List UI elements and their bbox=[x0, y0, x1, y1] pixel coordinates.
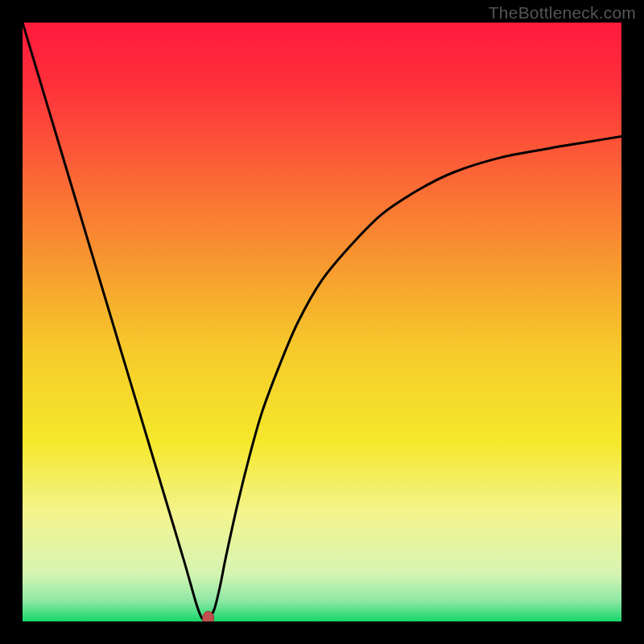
bottleneck-chart bbox=[23, 23, 621, 621]
optimum-marker bbox=[203, 611, 214, 621]
chart-frame bbox=[23, 23, 621, 621]
watermark-text: TheBottleneck.com bbox=[489, 3, 636, 23]
